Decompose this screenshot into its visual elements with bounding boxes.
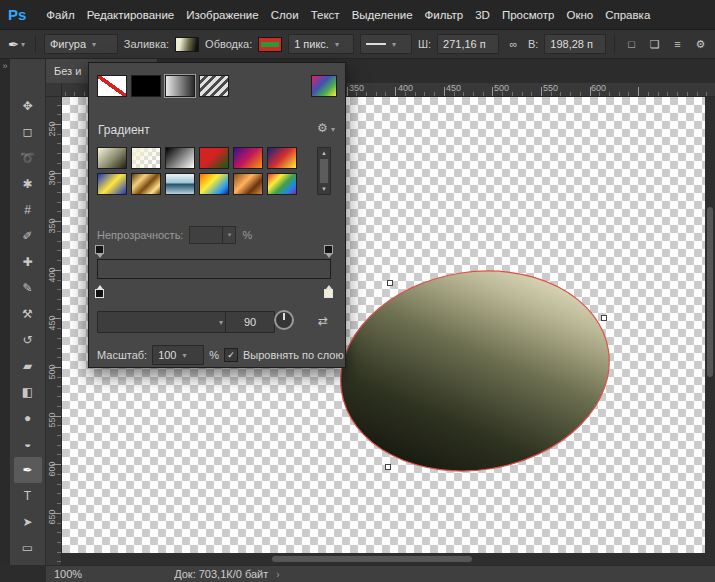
gradient-preset[interactable] [199,173,229,195]
tool-preset-picker[interactable]: ✒ ▾ [6,37,27,52]
pattern-fill-button[interactable] [199,75,229,97]
gradient-settings[interactable]: ⚙ ▾ [317,121,335,135]
scrollbar-thumb[interactable] [707,207,713,377]
menu-edit[interactable]: Редактирование [81,0,181,30]
align-to-layer-checkbox[interactable]: ✓ [224,348,238,362]
reverse-gradient-icon[interactable]: ⇄ [313,311,333,331]
shape-height-field[interactable]: 198,28 п [544,34,606,54]
menu-select[interactable]: Выделение [346,0,419,30]
menu-bar: Ps Файл Редактирование Изображение Слои … [0,0,715,30]
no-fill-button[interactable] [97,75,127,97]
gradient-preset[interactable] [267,173,297,195]
opacity-dropdown-icon[interactable]: ▾ [223,226,236,244]
gradient-preset[interactable] [97,147,127,169]
path-operations-button[interactable]: ❏ [646,35,663,53]
dodge-tool[interactable]: ◒ [14,431,42,457]
crop-tool[interactable]: # [14,197,42,223]
gradient-fill-button[interactable] [165,75,195,97]
path-selection-tool[interactable]: ➤ [14,509,42,535]
scroll-up-icon[interactable]: ▲ [318,148,330,158]
menu-3d[interactable]: 3D [469,0,496,30]
solid-fill-button[interactable] [131,75,161,97]
gradient-preset[interactable] [131,173,161,195]
clone-stamp-tool[interactable]: ⚒ [14,301,42,327]
vertical-ruler[interactable]: 250 300 350 400 450 500 550 600 650 [46,97,62,565]
document-size-info: Док: 703,1К/0 байт [174,568,268,580]
gradient-preset[interactable] [267,147,297,169]
panel-edge-strip: » [0,59,10,565]
chevron-down-icon: ▾ [182,351,186,360]
menu-image[interactable]: Изображение [180,0,264,30]
shape-width-field[interactable]: 271,16 п [437,34,499,54]
eyedropper-tool[interactable]: ✐ [14,223,42,249]
link-dimensions-icon[interactable]: ∞ [505,35,522,53]
menu-view[interactable]: Просмотр [496,0,561,30]
opacity-stop-left[interactable] [95,245,104,254]
menu-file[interactable]: Файл [40,0,80,30]
color-picker-button[interactable] [311,75,337,97]
scrollbar-thumb[interactable] [320,159,328,183]
anchor-point[interactable] [602,316,607,321]
bottom-left-corner [0,565,46,582]
scroll-down-icon[interactable]: ▼ [318,184,330,194]
scrollbar-corner [705,553,715,565]
stroke-swatch[interactable] [258,37,282,52]
chevron-down-icon: ▾ [392,40,396,49]
menu-layers[interactable]: Слои [265,0,305,30]
gradient-preset[interactable] [233,173,263,195]
angle-dial[interactable] [274,310,294,330]
percent-label: % [209,349,219,361]
gradient-preset[interactable] [165,173,195,195]
rectangle-tool[interactable]: ▭ [14,535,42,561]
healing-brush-tool[interactable]: ✚ [14,249,42,275]
gradient-preset[interactable] [165,147,195,169]
history-brush-tool[interactable]: ↺ [14,327,42,353]
dial-needle-icon [283,313,285,320]
stroke-style-select[interactable]: ▾ [360,34,412,54]
horizontal-scrollbar[interactable] [62,553,705,565]
brush-tool[interactable]: ✎ [14,275,42,301]
opacity-stop-right[interactable] [324,245,333,254]
gradient-editor-bar[interactable] [97,259,331,279]
scale-label: Масштаб: [97,349,147,361]
menu-window[interactable]: Окно [560,0,599,30]
preset-scrollbar[interactable]: ▲ ▼ [317,147,331,195]
collapse-panels-icon[interactable]: » [0,59,10,73]
tool-mode-select[interactable]: Фигура ▾ [44,34,118,54]
color-stop-right[interactable] [324,289,333,298]
angle-field[interactable]: 90 [225,311,275,333]
path-alignment-button[interactable]: ≡ [669,35,686,53]
scale-select[interactable]: 100 ▾ [152,345,204,365]
gradient-preset[interactable] [97,173,127,195]
quick-selection-tool[interactable]: ✱ [14,171,42,197]
opacity-input[interactable] [189,226,223,244]
menu-type[interactable]: Текст [305,0,346,30]
gradient-preset[interactable] [199,147,229,169]
type-tool[interactable]: T [14,483,42,509]
gradient-style-select[interactable]: ▾ [97,311,229,333]
gradient-preset[interactable] [131,147,161,169]
zoom-level-field[interactable]: 100% [46,568,90,580]
ellipse-shape[interactable] [326,252,624,490]
pen-tool[interactable]: ✒ [14,457,42,483]
lasso-tool[interactable]: ➰ [14,145,42,171]
status-chevron-icon[interactable]: › [276,569,279,580]
scrollbar-thumb[interactable] [272,556,472,562]
eraser-tool[interactable]: ▰ [14,353,42,379]
shape-settings-gear-icon[interactable]: ⚙ [692,35,709,53]
color-stop-left[interactable] [95,289,104,298]
gradient-tool[interactable]: ◧ [14,379,42,405]
fill-swatch[interactable] [175,37,199,52]
menu-help[interactable]: Справка [599,0,656,30]
move-tool[interactable]: ✥ [14,93,42,119]
vertical-scrollbar[interactable] [705,97,715,553]
stroke-width-select[interactable]: 1 пикс. ▾ [288,34,354,54]
anchor-point[interactable] [386,465,391,470]
menu-filter[interactable]: Фильтр [419,0,470,30]
anchor-point[interactable] [388,281,393,286]
marquee-tool[interactable]: ◻ [14,119,42,145]
align-to-layer-label: Выровнять по слою [243,349,344,361]
new-shape-button[interactable]: □ [623,35,640,53]
gradient-preset[interactable] [233,147,263,169]
blur-tool[interactable]: ● [14,405,42,431]
